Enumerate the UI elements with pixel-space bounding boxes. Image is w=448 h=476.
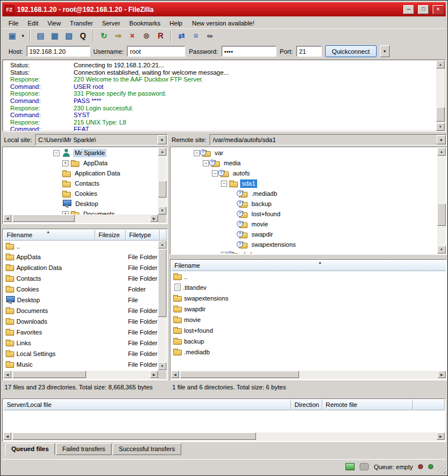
remote-tree-vscrollbar[interactable] bbox=[437, 148, 446, 254]
port-input[interactable] bbox=[296, 46, 322, 57]
scroll-right-icon[interactable] bbox=[438, 371, 446, 378]
scroll-down-icon[interactable] bbox=[437, 246, 446, 254]
tree-item-media[interactable]: media bbox=[222, 159, 242, 168]
remote-list-hscrollbar[interactable] bbox=[171, 371, 446, 379]
local-tree-toggle-icon[interactable]: ▦ bbox=[48, 30, 62, 42]
scroll-thumb[interactable] bbox=[180, 371, 299, 378]
refresh-icon[interactable]: ↻ bbox=[97, 30, 111, 42]
tree-item-application-data[interactable]: Application Data bbox=[73, 169, 122, 178]
scroll-right-icon[interactable] bbox=[437, 432, 445, 440]
local-tree-row[interactable]: Contacts bbox=[3, 178, 158, 188]
local-file-row[interactable]: CookiesFolder bbox=[3, 284, 158, 294]
local-list-hscrollbar[interactable] bbox=[3, 371, 158, 379]
reconnect-icon[interactable]: R bbox=[153, 30, 168, 42]
scroll-up-icon[interactable] bbox=[158, 241, 167, 248]
scroll-thumb[interactable] bbox=[12, 215, 75, 222]
local-tree-vscrollbar[interactable] bbox=[158, 148, 167, 215]
menu-help[interactable]: Help bbox=[165, 19, 187, 28]
local-column-header-filename[interactable]: Filename bbox=[3, 230, 95, 241]
menu-bookmarks[interactable]: Bookmarks bbox=[125, 19, 165, 28]
password-input[interactable] bbox=[221, 46, 276, 57]
scroll-up-icon[interactable] bbox=[437, 148, 446, 156]
local-file-row[interactable]: Local SettingsFile Folder bbox=[3, 348, 158, 359]
queue-column-header-remote-file[interactable]: Remote file bbox=[322, 400, 413, 410]
log-scrollbar[interactable] bbox=[436, 61, 445, 131]
minimize-button[interactable]: ─ bbox=[403, 5, 414, 14]
local-file-row[interactable]: ContactsFile Folder bbox=[3, 273, 158, 284]
menu-edit[interactable]: Edit bbox=[23, 19, 43, 28]
local-file-row[interactable]: MusicFile Folder bbox=[3, 359, 158, 370]
directory-comparison-icon[interactable]: ⇄ bbox=[174, 30, 189, 42]
tree-item-autofs[interactable]: autofs bbox=[231, 169, 251, 178]
scroll-thumb[interactable] bbox=[436, 107, 445, 122]
remote-file-row[interactable]: movie bbox=[171, 314, 446, 325]
scroll-thumb[interactable] bbox=[12, 371, 86, 378]
remote-tree-row[interactable]: +dvd bbox=[171, 250, 437, 254]
local-tree-hscrollbar[interactable] bbox=[3, 215, 158, 223]
tree-expander-icon[interactable]: + bbox=[62, 160, 69, 166]
pane-splitter[interactable] bbox=[168, 134, 170, 393]
process-queue-icon[interactable]: ⇒ bbox=[111, 30, 125, 42]
tree-expander-icon[interactable]: − bbox=[212, 170, 218, 177]
local-file-row[interactable]: DocumentsFile Folder bbox=[3, 305, 158, 316]
scroll-thumb[interactable] bbox=[12, 432, 256, 440]
site-manager-icon[interactable]: ▣ bbox=[5, 30, 19, 42]
local-list-vscrollbar[interactable] bbox=[158, 241, 167, 370]
queue-column-header-server-local-file[interactable]: Server/Local file bbox=[3, 400, 291, 410]
scroll-right-icon[interactable] bbox=[150, 215, 158, 222]
menu-transfer[interactable]: Transfer bbox=[65, 19, 97, 28]
tree-item-dvd[interactable]: dvd bbox=[240, 251, 254, 254]
scroll-left-icon[interactable] bbox=[3, 371, 11, 378]
tree-expander-icon[interactable]: + bbox=[221, 252, 227, 254]
remote-column-header-filename[interactable]: Filename bbox=[171, 260, 446, 271]
remote-tree-row[interactable]: −sda1 bbox=[171, 178, 437, 188]
tab-failed-transfers[interactable]: Failed transfers bbox=[56, 443, 112, 455]
find-files-icon[interactable]: ∞ bbox=[203, 30, 217, 42]
scroll-down-icon[interactable] bbox=[436, 123, 445, 131]
remote-tree-toggle-icon[interactable]: ▧ bbox=[62, 30, 76, 42]
scroll-left-icon[interactable] bbox=[3, 432, 11, 440]
scroll-left-icon[interactable] bbox=[3, 215, 11, 222]
site-manager-dropdown-icon[interactable]: ▾ bbox=[19, 30, 27, 42]
remote-file-row[interactable]: swapextensions bbox=[171, 293, 446, 303]
message-log-toggle-icon[interactable]: ▤ bbox=[33, 30, 48, 42]
quickconnect-dropdown-button[interactable] bbox=[380, 45, 390, 57]
new-version-notice[interactable]: New version available! bbox=[187, 19, 259, 28]
menu-server[interactable]: Server bbox=[97, 19, 125, 28]
queue-column-header-direction[interactable]: Direction bbox=[291, 400, 322, 410]
maximize-button[interactable]: □ bbox=[418, 5, 429, 14]
local-tree-row[interactable]: +Documents bbox=[3, 209, 158, 215]
tree-item-swapextensions[interactable]: swapextensions bbox=[250, 241, 297, 249]
transfer-queue-toggle-icon[interactable]: Q bbox=[76, 30, 90, 42]
remote-tree-row[interactable]: −var bbox=[171, 148, 437, 158]
queue-hscrollbar[interactable] bbox=[3, 432, 445, 441]
local-tree-row[interactable]: −Mr Sparkle bbox=[3, 148, 158, 158]
scroll-left-icon[interactable] bbox=[171, 371, 179, 378]
local-tree-splitter[interactable] bbox=[2, 224, 168, 229]
scroll-down-icon[interactable] bbox=[158, 207, 167, 215]
tree-item-sda1[interactable]: sda1 bbox=[240, 179, 257, 188]
scroll-right-icon[interactable] bbox=[150, 371, 158, 378]
remote-tree-row[interactable]: swapextensions bbox=[171, 239, 437, 250]
menu-view[interactable]: View bbox=[43, 19, 66, 28]
tree-item-contacts[interactable]: Contacts bbox=[73, 179, 101, 188]
remote-tree-row[interactable]: .mediadb bbox=[171, 188, 437, 199]
remote-tree-row[interactable]: swapdir bbox=[171, 229, 437, 239]
cancel-icon[interactable]: × bbox=[125, 30, 139, 42]
local-file-row[interactable]: DownloadsFile Folder bbox=[3, 316, 158, 327]
tree-item-documents[interactable]: Documents bbox=[82, 210, 117, 215]
local-file-row[interactable]: Application DataFile Folder bbox=[3, 262, 158, 273]
combo-dropdown-icon[interactable] bbox=[157, 135, 167, 144]
disconnect-icon[interactable]: ⊗ bbox=[139, 30, 153, 42]
remote-file-row[interactable]: lost+found bbox=[171, 325, 446, 336]
tree-expander-icon[interactable]: − bbox=[194, 150, 200, 156]
tree-item-var[interactable]: var bbox=[213, 149, 225, 157]
scroll-down-icon[interactable] bbox=[158, 362, 167, 370]
local-file-row[interactable]: LinksFile Folder bbox=[3, 337, 158, 348]
remote-tree-row[interactable]: backup bbox=[171, 199, 437, 209]
local-file-row[interactable]: .. bbox=[3, 241, 158, 251]
username-input[interactable] bbox=[127, 46, 185, 57]
remote-tree-row[interactable]: −media bbox=[171, 158, 437, 168]
scroll-thumb[interactable] bbox=[158, 181, 167, 198]
local-file-row[interactable]: AppDataFile Folder bbox=[3, 251, 158, 262]
